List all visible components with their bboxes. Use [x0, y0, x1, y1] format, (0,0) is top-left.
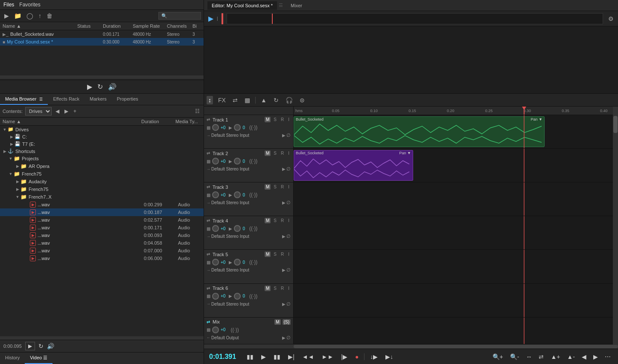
- tree-audio-file[interactable]: ▶ ...wav 0:02.577 Audio: [0, 216, 204, 224]
- delete-btn[interactable]: 🗑: [45, 12, 54, 20]
- zoom-out2-btn[interactable]: ▲-: [565, 352, 577, 361]
- tree-audio-file[interactable]: ▶ ...wav 0:00.299 Audio: [0, 201, 204, 208]
- mute-icon[interactable]: ∅: [286, 301, 291, 307]
- track-4-wave[interactable]: [294, 216, 613, 249]
- track-1-rec[interactable]: R: [280, 117, 285, 122]
- media-browser-tab[interactable]: Media Browser ☰: [0, 94, 48, 105]
- track-6-rec[interactable]: R: [280, 286, 285, 291]
- track-6-vol-knob[interactable]: [212, 293, 219, 300]
- tree-drive-c[interactable]: ▶ 💾 C:: [0, 133, 204, 140]
- pause-btn[interactable]: ▮▮: [271, 352, 283, 361]
- rewind-to-start-btn[interactable]: ▶|: [286, 352, 297, 361]
- loop-btn[interactable]: ↻: [97, 83, 103, 91]
- track-3-solo[interactable]: S: [272, 184, 278, 190]
- preview-play-btn[interactable]: ▶: [25, 342, 35, 350]
- tree-ar-opera[interactable]: ▶ 📁 AR Opera: [0, 162, 204, 170]
- track-4-solo[interactable]: S: [272, 218, 278, 223]
- horizontal-track-scrollbar[interactable]: [204, 344, 618, 349]
- editor-tab[interactable]: Editor: My Cool Sound.sesx *: [207, 1, 277, 10]
- fx-tool[interactable]: FX: [216, 96, 227, 104]
- move-tool[interactable]: ↕: [207, 96, 213, 104]
- filter-btn[interactable]: ☷: [194, 108, 201, 115]
- zoom-fit-btn[interactable]: ⇄: [536, 352, 546, 361]
- zoom-out-btn[interactable]: 🔍-: [508, 352, 522, 361]
- open-append-btn[interactable]: ◯: [25, 12, 35, 20]
- new-file-btn[interactable]: ▶: [3, 12, 11, 20]
- track-2-pan-knob[interactable]: [234, 158, 241, 165]
- tree-shortcuts[interactable]: ▶ ⚓ Shortcuts: [0, 147, 204, 155]
- horizontal-scrollbar[interactable]: [0, 75, 204, 79]
- horizontal-scrollbar[interactable]: [0, 336, 204, 340]
- track-2-wave[interactable]: Bullet_Socketed Pan ▼: [294, 149, 613, 182]
- track-3-wave[interactable]: [294, 182, 613, 216]
- end-btn[interactable]: |▶: [339, 352, 350, 361]
- mix-wave-area[interactable]: [294, 318, 613, 344]
- tree-drives[interactable]: ▼ 📁 Drives: [0, 126, 204, 133]
- track-2-rec[interactable]: R: [280, 150, 285, 156]
- track-5-mute[interactable]: M: [265, 251, 271, 257]
- tree-french75-sub[interactable]: ▶ 📁 French75: [0, 185, 204, 193]
- file-row[interactable]: ■ My Cool Sound.sesx * 0:30.000 48000 Hz…: [0, 38, 204, 46]
- track-5-vol-knob[interactable]: [212, 259, 219, 266]
- tree-audio-file[interactable]: ▶ ...wav 0:04.058 Audio: [0, 239, 204, 247]
- track-2-vol-knob[interactable]: [212, 158, 219, 165]
- mixer-tab[interactable]: Mixer: [286, 1, 306, 10]
- markers-tab[interactable]: Markers: [85, 94, 112, 105]
- track-5-pan-knob[interactable]: [234, 259, 241, 266]
- track-6-info[interactable]: I: [287, 286, 291, 291]
- mute-icon[interactable]: ∅: [286, 200, 291, 205]
- track-3-vol-knob[interactable]: [212, 191, 219, 198]
- track-3-mute[interactable]: M: [265, 184, 271, 190]
- track-4-pan-knob[interactable]: [234, 225, 241, 232]
- track-1-pan-knob[interactable]: [234, 124, 241, 131]
- open-file-btn[interactable]: 📁: [12, 12, 23, 20]
- properties-tab[interactable]: Properties: [112, 94, 143, 105]
- track-5-info[interactable]: I: [287, 251, 291, 257]
- v-scrollbar-top[interactable]: [613, 107, 618, 115]
- zoom-full-btn[interactable]: ↔: [524, 352, 534, 361]
- track-3-pan-knob[interactable]: [234, 191, 241, 198]
- track-6-solo[interactable]: S: [272, 286, 278, 291]
- settings-btn[interactable]: ⚙: [606, 14, 615, 23]
- tree-audio-file[interactable]: ▶ ...wav 0:06.000 Audio: [0, 254, 204, 262]
- forward-btn[interactable]: ▶: [63, 108, 70, 115]
- more-btn[interactable]: ⋯: [603, 352, 613, 361]
- track-1-vol-knob[interactable]: [212, 124, 219, 131]
- track-5-wave[interactable]: [294, 250, 613, 283]
- track-3-info[interactable]: I: [287, 184, 291, 190]
- rewind-btn[interactable]: ◄◄: [300, 352, 316, 361]
- loop-out-btn[interactable]: ↓▶: [368, 352, 380, 361]
- track-6-wave[interactable]: [294, 284, 613, 317]
- track-6-mute[interactable]: M: [265, 286, 271, 291]
- favorites-tab[interactable]: Favorites: [19, 2, 40, 8]
- vertical-scrollbar[interactable]: [613, 115, 618, 344]
- loop-in-btn[interactable]: ▶↓: [383, 352, 395, 361]
- track-4-vol-knob[interactable]: [212, 225, 219, 232]
- zoom-in-btn[interactable]: 🔍+: [490, 352, 505, 361]
- track-5-solo[interactable]: S: [272, 251, 278, 257]
- track-1-solo[interactable]: S: [272, 117, 278, 122]
- zoom-in2-btn[interactable]: ▲+: [548, 352, 562, 361]
- tree-french7x[interactable]: ▼ 📁 French7..X: [0, 193, 204, 201]
- tree-drive-t7[interactable]: ▶ 💾 T7 (E:: [0, 140, 204, 147]
- track-4-rec[interactable]: R: [280, 218, 285, 223]
- file-row[interactable]: ▶⎯ Bullet_Socketed.wav 0:00.171 48000 Hz…: [0, 30, 204, 38]
- forward-btn[interactable]: ►►: [320, 352, 336, 361]
- files-tab[interactable]: Files: [3, 2, 14, 8]
- video-tab[interactable]: Video ☰: [25, 352, 52, 364]
- headphone-tool[interactable]: 🎧: [284, 96, 294, 104]
- transport-region-btn[interactable]: ▶: [207, 14, 215, 23]
- preview-loop-btn[interactable]: ↻: [38, 343, 44, 350]
- preview-volume-btn[interactable]: 🔊: [47, 343, 54, 350]
- play-btn[interactable]: ▶: [87, 83, 92, 91]
- mute-icon[interactable]: ∅: [286, 267, 291, 273]
- track-1-wave[interactable]: Bullet_Socketed Pan ▼: [294, 115, 613, 148]
- mix-solo[interactable]: (S): [283, 319, 291, 325]
- snap-tool[interactable]: ▲: [259, 96, 268, 104]
- mute-icon[interactable]: ∅: [286, 335, 291, 341]
- track-3-rec[interactable]: R: [280, 184, 285, 190]
- tree-audacity[interactable]: ▶ 📁 Audacity: [0, 178, 204, 185]
- loop-tool[interactable]: ↻: [272, 96, 280, 104]
- effects-rack-tab[interactable]: Effects Rack: [48, 94, 85, 105]
- mute-icon[interactable]: ∅: [286, 133, 291, 138]
